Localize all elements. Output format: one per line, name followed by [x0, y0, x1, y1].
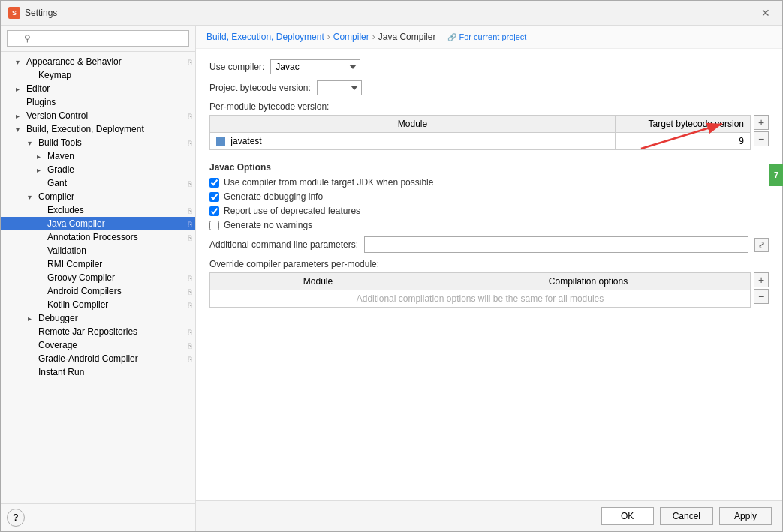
sidebar-item-gradle[interactable]: Gradle — [1, 163, 195, 176]
table-row: javatest 9 — [210, 133, 751, 150]
sidebar-item-build-execution-deployment[interactable]: Build, Execution, Deployment — [1, 122, 195, 136]
search-wrap — [7, 30, 189, 47]
sidebar-item-label: Plugins — [26, 97, 195, 107]
search-input[interactable] — [7, 30, 189, 47]
sidebar-item-label: Version Control — [26, 110, 188, 121]
sidebar-item-maven[interactable]: Maven — [1, 149, 195, 163]
expand-arrow — [16, 112, 26, 120]
content-area: Build, Execution, Deployment › Compiler … — [196, 26, 782, 531]
sidebar-item-java-compiler[interactable]: Java Compiler ⎘ — [1, 217, 195, 230]
checkbox-label-3: Report use of deprecated features — [224, 206, 360, 216]
sidebar-item-build-tools[interactable]: Build Tools ⎘ — [1, 136, 195, 149]
close-button[interactable]: ✕ — [757, 5, 775, 20]
expand-arrow — [16, 125, 26, 134]
app-icon: S — [8, 7, 20, 19]
breadcrumb-link-1[interactable]: Build, Execution, Deployment — [206, 32, 324, 42]
sidebar-item-gradle-android[interactable]: Gradle-Android Compiler ⎘ — [1, 352, 195, 365]
checkbox-debug-info[interactable] — [209, 192, 219, 202]
settings-panel: Use compiler: Javac Eclipse Project byte… — [196, 49, 782, 500]
sidebar-item-groovy-compiler[interactable]: Groovy Compiler ⎘ — [1, 271, 195, 284]
module-table-wrapper: Module Target bytecode version javatest — [209, 115, 769, 155]
checkbox-no-warnings[interactable] — [209, 221, 219, 230]
sidebar-item-editor[interactable]: Editor — [1, 82, 195, 95]
copy-settings-icon: ⎘ — [188, 301, 192, 309]
compiler-select[interactable]: Javac Eclipse — [270, 59, 360, 74]
sidebar-item-label: Build, Execution, Deployment — [26, 124, 195, 134]
sidebar-item-validation[interactable]: Validation — [1, 244, 195, 257]
sidebar-item-appearance-behavior[interactable]: Appearance & Behavior ⎘ — [1, 55, 195, 68]
sidebar-item-keymap[interactable]: Keymap — [1, 68, 195, 82]
breadcrumb-sep-2: › — [372, 32, 375, 42]
version-col-header: Target bytecode version — [616, 116, 751, 133]
cancel-button[interactable]: Cancel — [660, 507, 713, 525]
copy-settings-icon: ⎘ — [188, 58, 192, 66]
breadcrumb-link-2[interactable]: Compiler — [333, 32, 369, 42]
module-table-controls: + − — [754, 115, 769, 155]
javac-options-title: Javac Options — [209, 162, 769, 173]
sidebar-item-excludes[interactable]: Excludes ⎘ — [1, 203, 195, 217]
checkbox-row-3: Report use of deprecated features — [209, 206, 769, 216]
module-cell: javatest — [210, 133, 616, 150]
checkbox-label-4: Generate no warnings — [224, 220, 312, 230]
copy-settings-icon: ⎘ — [188, 139, 192, 147]
copy-settings-icon: ⎘ — [188, 355, 192, 363]
project-link[interactable]: 🔗 For current project — [447, 32, 526, 41]
apply-button[interactable]: Apply — [719, 507, 772, 525]
ok-button[interactable]: OK — [601, 507, 654, 525]
sidebar-item-label: Instant Run — [38, 367, 195, 377]
remove-override-button[interactable]: − — [754, 289, 769, 304]
copy-settings-icon: ⎘ — [188, 274, 192, 282]
sidebar-item-label: Gradle — [47, 164, 195, 175]
sidebar-item-instant-run[interactable]: Instant Run — [1, 365, 195, 379]
add-module-button[interactable]: + — [754, 115, 769, 130]
cmd-expand-button[interactable]: ⤢ — [754, 238, 769, 252]
sidebar-item-debugger[interactable]: Debugger — [1, 311, 195, 325]
add-override-button[interactable]: + — [754, 272, 769, 287]
sidebar-item-label: Groovy Compiler — [47, 272, 188, 283]
cmd-input[interactable] — [364, 236, 748, 253]
override-options-header: Compilation options — [426, 273, 751, 290]
override-table-controls: + − — [754, 272, 769, 308]
expand-arrow — [28, 314, 38, 323]
use-compiler-row: Use compiler: Javac Eclipse — [209, 59, 769, 74]
module-icon — [216, 137, 225, 146]
sidebar-item-annotation-processors[interactable]: Annotation Processors ⎘ — [1, 230, 195, 244]
bytecode-select[interactable]: 8 9 10 — [317, 80, 362, 95]
sidebar-item-android-compilers[interactable]: Android Compilers ⎘ — [1, 284, 195, 298]
copy-settings-icon: ⎘ — [188, 287, 192, 296]
sidebar-item-label: Kotlin Compiler — [47, 299, 188, 310]
sidebar-item-label: Maven — [47, 151, 195, 161]
sidebar-item-kotlin-compiler[interactable]: Kotlin Compiler ⎘ — [1, 298, 195, 311]
sidebar-item-label: RMI Compiler — [47, 259, 195, 269]
sidebar-item-label: Remote Jar Repositories — [38, 326, 188, 337]
window-title: Settings — [25, 8, 57, 18]
sidebar-item-label: Android Compilers — [47, 286, 188, 296]
cmd-row: Additional command line parameters: ⤢ — [209, 236, 769, 253]
sidebar-item-compiler[interactable]: Compiler — [1, 190, 195, 203]
sidebar-item-label: Build Tools — [38, 137, 188, 148]
module-col-header: Module — [210, 116, 616, 133]
sidebar-item-plugins[interactable]: Plugins — [1, 95, 195, 109]
module-table: Module Target bytecode version javatest — [209, 115, 751, 150]
override-table: Module Compilation options Additional co… — [209, 272, 751, 308]
per-module-label: Per-module bytecode version: — [209, 101, 769, 112]
remove-module-button[interactable]: − — [754, 131, 769, 146]
override-table-container: Module Compilation options Additional co… — [209, 272, 751, 308]
override-module-header: Module — [210, 273, 426, 290]
checkbox-deprecated[interactable] — [209, 206, 219, 216]
expand-arrow — [37, 152, 47, 161]
sidebar-item-rmi-compiler[interactable]: RMI Compiler — [1, 257, 195, 271]
sidebar-item-version-control[interactable]: Version Control ⎘ — [1, 109, 195, 122]
sidebar-item-remote-jar[interactable]: Remote Jar Repositories ⎘ — [1, 325, 195, 338]
sidebar-item-coverage[interactable]: Coverage ⎘ — [1, 338, 195, 352]
sidebar-item-label: Excludes — [47, 205, 188, 215]
sidebar-item-gant[interactable]: Gant ⎘ — [1, 176, 195, 190]
bottom-bar: OK Cancel Apply — [196, 500, 782, 531]
sidebar-item-label: Gant — [47, 178, 188, 188]
help-button[interactable]: ? — [7, 509, 25, 527]
override-empty-text: Additional compilation options will be t… — [210, 290, 751, 308]
cmd-label: Additional command line parameters: — [209, 239, 358, 250]
checkbox-row-1: Use compiler from module target JDK when… — [209, 177, 769, 188]
checkbox-use-module-jdk[interactable] — [209, 178, 219, 188]
sidebar-item-label: Compiler — [38, 191, 195, 202]
